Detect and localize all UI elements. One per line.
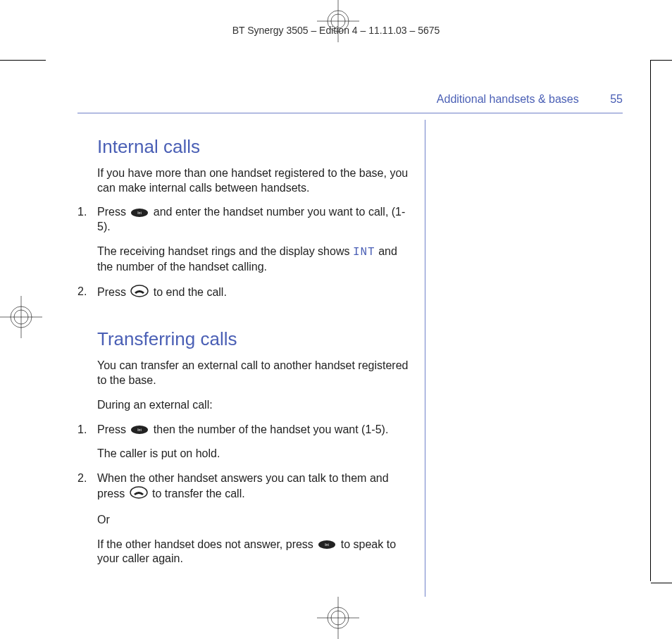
registration-mark-icon: [0, 296, 42, 338]
section-heading-transferring-calls: Transferring calls: [97, 328, 412, 352]
body-text: If you have more than one handset regist…: [97, 166, 412, 196]
step-text: Press to end the call.: [97, 285, 412, 302]
document-header: BT Synergy 3505 – Edition 4 – 11.11.03 –…: [0, 25, 672, 36]
step-text: Press Int then the number of the handset…: [97, 423, 412, 462]
step-text: When the other handset answers you can t…: [97, 471, 412, 566]
end-call-button-icon: [130, 486, 148, 503]
step-number: 2.: [77, 471, 97, 566]
body-text: You can transfer an external call to ano…: [97, 359, 412, 388]
int-button-icon: Int: [130, 208, 149, 218]
registration-mark-icon: [317, 597, 359, 639]
crop-rule: [0, 60, 46, 61]
header-rule: [77, 113, 623, 113]
svg-text:Int: Int: [325, 542, 330, 547]
int-button-icon: Int: [318, 540, 336, 550]
main-text-column: Internal calls If you have more than one…: [77, 120, 425, 597]
step-number: 1.: [77, 423, 97, 462]
display-code: INT: [353, 246, 375, 259]
svg-text:Int: Int: [138, 211, 142, 215]
crop-rule: [650, 60, 651, 581]
int-button-icon: Int: [130, 425, 149, 435]
step-number: 1.: [77, 205, 97, 274]
section-heading-internal-calls: Internal calls: [97, 135, 412, 159]
registration-mark-icon: [317, 0, 359, 42]
svg-text:Int: Int: [138, 428, 142, 432]
crop-rule: [651, 583, 672, 583]
step-text: Press Int and enter the handset number y…: [97, 205, 412, 274]
body-text: During an external call:: [97, 398, 412, 413]
crop-rule: [651, 60, 672, 61]
margin-column: [425, 120, 623, 597]
end-call-button-icon: [130, 285, 149, 302]
page-number: 55: [610, 93, 623, 106]
running-head-section: Additional handsets & bases: [437, 93, 579, 105]
step-number: 2.: [77, 285, 97, 302]
